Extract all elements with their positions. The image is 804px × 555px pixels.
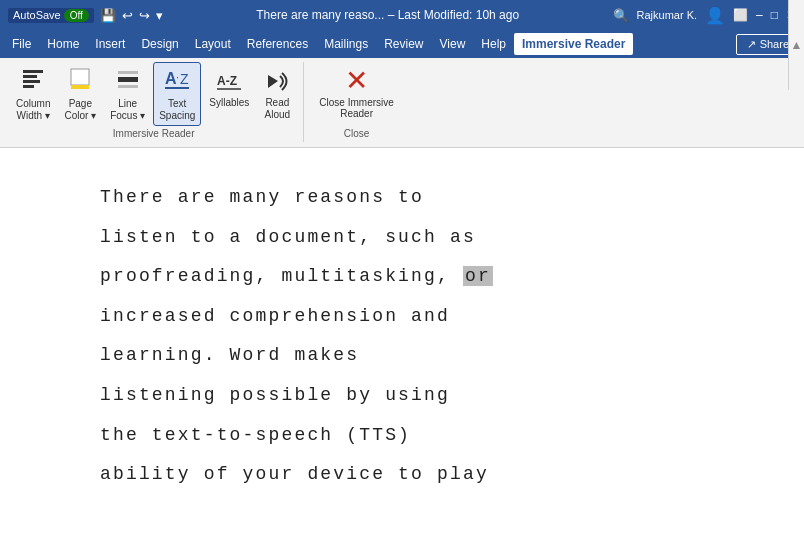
svg-rect-1 [23,75,37,78]
autosave-toggle[interactable]: Off [64,9,89,22]
ribbon-collapse-button[interactable]: ▲ [788,0,804,90]
text-line-3: increased comprehension and [100,297,704,337]
menu-file[interactable]: File [4,33,39,55]
document-text-area: There are many reasons to listen to a do… [0,148,804,525]
customize-icon[interactable]: ▾ [156,8,163,23]
text-line-2: proofreading, multitasking, or [100,257,704,297]
menu-references[interactable]: References [239,33,316,55]
svg-text:·: · [176,71,179,83]
svg-rect-2 [23,80,40,83]
read-aloud-button[interactable]: ReadAloud [257,62,297,125]
search-icon[interactable]: 🔍 [613,8,629,23]
text-line-1: listen to a document, such as [100,218,704,258]
svg-rect-6 [118,71,138,74]
document-container: ◀◀ ▮▮ ▶▶ ✕ There are many reasons to lis… [0,148,804,555]
svg-rect-4 [71,69,89,85]
syllables-label: Syllables [209,97,249,109]
minimize-button[interactable]: – [756,8,763,22]
menu-layout[interactable]: Layout [187,33,239,55]
undo-icon[interactable]: ↩ [122,8,133,23]
title-bar: AutoSave Off 💾 ↩ ↪ ▾ There are many reas… [0,0,804,30]
line-focus-button[interactable]: LineFocus ▾ [104,62,151,126]
close-immersive-reader-button[interactable]: ✕ Close ImmersiveReader [310,62,402,124]
save-icon[interactable]: 💾 [100,8,116,23]
ribbon-group2-label: Close [310,128,402,142]
column-width-button[interactable]: ColumnWidth ▾ [10,62,56,126]
text-line-0: There are many reasons to [100,178,704,218]
document-title: There are many reaso... – Last Modified:… [163,8,613,22]
ribbon-group-close: ✕ Close ImmersiveReader Close [304,62,408,142]
maximize-button[interactable]: □ [771,8,778,22]
line-focus-icon [115,66,141,96]
column-width-label: ColumnWidth ▾ [16,98,50,122]
text-line-5: listening possible by using [100,376,704,416]
menu-home[interactable]: Home [39,33,87,55]
menu-mailings[interactable]: Mailings [316,33,376,55]
menu-review[interactable]: Review [376,33,431,55]
ribbon: ColumnWidth ▾ PageColor ▾ [0,58,804,148]
svg-text:Z: Z [180,71,189,87]
ribbon-group-immersive-reader: ColumnWidth ▾ PageColor ▾ [4,62,304,142]
read-aloud-icon [264,71,290,95]
titlebar-right: 🔍 Rajkumar K. 👤 ⬜ – □ ✕ [613,6,796,25]
text-line-7: ability of your device to play [100,455,704,495]
autosave-label: AutoSave [13,9,61,21]
ribbon-buttons-close: ✕ Close ImmersiveReader [310,62,402,128]
share-label: Share [760,38,789,50]
line-focus-label: LineFocus ▾ [110,98,145,122]
page-color-button[interactable]: PageColor ▾ [58,62,102,126]
menu-help[interactable]: Help [473,33,514,55]
text-line-4: learning. Word makes [100,336,704,376]
share-icon: ↗ [747,38,756,51]
svg-rect-8 [118,85,138,88]
svg-rect-3 [23,85,34,88]
page-color-icon [67,66,93,96]
syllables-button[interactable]: A-Z Syllables [203,62,255,113]
menu-view[interactable]: View [432,33,474,55]
titlebar-left: AutoSave Off 💾 ↩ ↪ ▾ [8,8,163,23]
menu-design[interactable]: Design [133,33,186,55]
svg-marker-15 [268,75,278,88]
user-avatar[interactable]: 👤 [705,6,725,25]
highlighted-word: or [463,266,493,286]
menu-insert[interactable]: Insert [87,33,133,55]
column-width-icon [20,66,46,96]
close-immersive-label: Close ImmersiveReader [319,97,393,119]
text-line-6: the text-to-speech (TTS) [100,416,704,456]
text-spacing-label: TextSpacing [159,98,195,122]
close-immersive-icon: ✕ [345,67,368,95]
text-spacing-button[interactable]: A · Z TextSpacing [153,62,201,126]
ribbon-buttons-group1: ColumnWidth ▾ PageColor ▾ [10,62,297,128]
ribbon-display-icon[interactable]: ⬜ [733,8,748,22]
menu-immersive-reader[interactable]: Immersive Reader [514,33,633,55]
read-aloud-label: ReadAloud [265,97,291,121]
svg-text:A-Z: A-Z [217,74,237,88]
syllables-icon: A-Z [216,71,242,95]
autosave-badge: AutoSave Off [8,8,94,23]
user-name: Rajkumar K. [637,9,698,21]
redo-icon[interactable]: ↪ [139,8,150,23]
ribbon-group1-label: Immersive Reader [10,128,297,142]
svg-rect-0 [23,70,43,73]
svg-rect-5 [71,85,89,89]
svg-rect-7 [118,77,138,82]
page-color-label: PageColor ▾ [64,98,96,122]
menu-bar: File Home Insert Design Layout Reference… [0,30,804,58]
text-spacing-icon: A · Z [163,66,191,96]
